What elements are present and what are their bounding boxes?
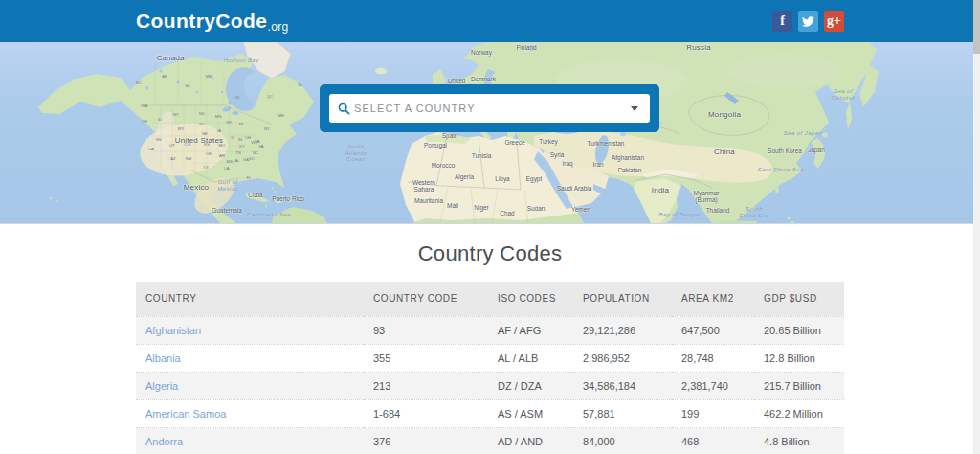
main-content: Country Codes COUNTRYCOUNTRY CODEISO COD… [0,241,980,454]
map-water-label: East China Sea [758,167,804,172]
country-cell: Afghanistan [136,316,364,344]
map-label: Iran [592,162,603,169]
country-select[interactable]: SELECT A COUNTRY [329,94,650,123]
table-cell: AS / ASM [488,399,573,427]
table-cell: 647,500 [672,316,754,344]
table-cell: 468 [672,427,754,454]
country-cell: Andorra [136,427,364,454]
map-label: Mali [447,203,458,210]
map-label: BC [136,81,142,86]
map-water-label: Sea of Okhotsk [831,88,855,101]
table-cell: 4.8 Billion [754,427,844,454]
table-cell: 355 [364,344,488,372]
map-label: TX [203,166,208,170]
map-label: MS [227,160,233,165]
select-placeholder: SELECT A COUNTRY [354,102,631,114]
site-logo[interactable]: CountryCode.org [136,10,289,33]
map-label: LA [224,167,229,171]
map-label: NC [253,151,258,156]
table-row: Albania355AL / ALB2,986,95228,74812.8 Bi… [136,344,844,372]
table-cell: 34,586,184 [573,372,672,399]
map-label: CO [185,143,190,148]
column-header: COUNTRY [136,282,364,316]
country-link[interactable]: Algeria [145,380,178,392]
map-label: NL [298,83,302,88]
twitter-icon[interactable] [798,11,818,32]
column-header: ISO CODES [488,282,573,316]
map-label: Mexico [184,184,210,193]
map-label: China [714,148,735,157]
country-link[interactable]: Afghanistan [145,325,201,336]
map-label: Norway [471,50,492,57]
table-row: American Samoa1-684AS / ASM57,881199462.… [136,399,844,427]
map-label: OR [142,120,147,125]
map-label: Tunisia [472,153,492,160]
map-label: IN [238,138,242,143]
map-water-label: Bay of Bengal [658,212,700,217]
map-label: Puerto Rico [272,196,304,203]
column-header: POPULATION [573,282,672,316]
map-label: OK [206,152,212,157]
table-cell: 2,381,740 [672,372,754,399]
map-water-label: Hudson Bay [223,57,258,63]
table-cell: 93 [364,316,488,344]
map-label: NV [156,138,162,143]
map-label: NY [264,127,270,132]
country-cell: Albania [136,344,364,372]
column-header: GDP $USD [754,282,844,316]
map-label: Turkey [539,139,557,146]
map-label: Mauritania [414,198,443,205]
map-label: Greece [504,140,524,147]
map-label: MT [173,113,179,118]
map-label: NE [202,132,208,137]
gplus-icon[interactable]: g+ [824,11,844,32]
table-cell: 20.65 Billion [754,316,844,344]
map-label: NM [186,157,192,162]
table-body: Afghanistan93AF / AFG29,121,286647,50020… [136,316,844,454]
map-label: KS [204,143,210,148]
country-cell: American Samoa [136,399,364,427]
map-label: TN [235,151,241,156]
map-label: KY [239,145,245,149]
map-label: CA [148,148,154,152]
map-label: Thailand [706,208,730,215]
table-cell: 28,748 [672,344,754,372]
map-label: WA [142,104,148,109]
map-label: Guatemala [212,208,242,215]
map-label: Saudi Arabia [557,186,592,193]
map-label: AZ [170,157,175,162]
map-label: MB [206,75,212,79]
map-label: WI [226,121,231,125]
table-row: Algeria213DZ / DZA34,586,1842,381,740215… [136,372,844,399]
country-link[interactable]: Albania [145,352,181,364]
map-label: Japan [808,148,825,154]
table-cell: 199 [672,399,754,427]
country-link[interactable]: American Samoa [145,408,226,420]
scrollbar-thumb[interactable] [973,0,980,54]
map-label: Niger [474,205,488,212]
map-label: AB [162,75,167,79]
map-label: Iraq [562,161,572,168]
map-label: ME [278,114,284,119]
gplus-glyph: g+ [827,14,841,28]
scrollbar[interactable] [973,0,980,454]
country-link[interactable]: Andorra [145,436,183,447]
table-cell: 12.8 Billion [754,344,844,372]
map-label: United States [175,137,224,146]
map-label: IL [231,136,234,141]
chevron-down-icon [631,106,638,111]
map-label: GA [243,158,249,163]
map-water-label: South China Sea [739,206,769,218]
map-label: AL [234,159,239,164]
map-label: ID [158,118,162,123]
map-label: SC [249,157,255,162]
header: CountryCode.org f g+ [0,0,980,42]
search-icon [338,102,350,115]
map-label: Western Sahara [412,179,435,193]
facebook-icon[interactable]: f [772,11,792,32]
world-map[interactable]: CanadaUnited StatesMexicoRussiaMongoliaC… [0,42,980,224]
country-search-panel: SELECT A COUNTRY [320,84,659,132]
map-label: Denmark [471,77,496,83]
map-label: MO [219,144,226,148]
map-water-label: Gulf of Mexico [217,179,238,192]
